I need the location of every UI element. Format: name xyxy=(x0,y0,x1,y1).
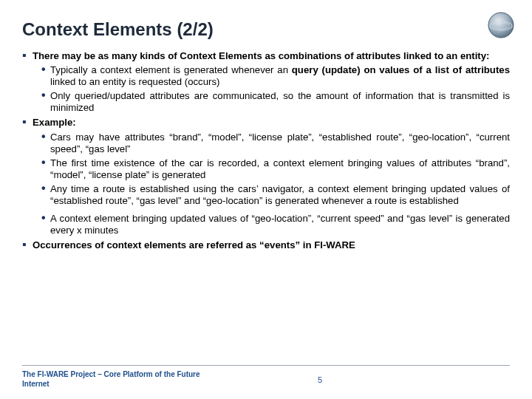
bullet-text: A context element bringing updated value… xyxy=(50,213,510,236)
page-number: 5 xyxy=(318,375,322,384)
slide: Context Elements (2/2) ▪ There may be as… xyxy=(0,0,532,399)
bullet-text: The first time existence of the car is r… xyxy=(50,157,510,181)
bullet-level1: ▪ Occurrences of context elements are re… xyxy=(22,239,510,251)
dot-bullet-icon: • xyxy=(41,157,50,181)
slide-body: ▪ There may be as many kinds of Context … xyxy=(22,50,510,251)
dot-bullet-icon: • xyxy=(41,132,50,155)
bullet-text: Any time a route is established using th… xyxy=(50,183,510,207)
bullet-level2: • Typically a context element is generat… xyxy=(41,64,510,88)
footer-project-name: The FI-WARE Project – Core Platform of t… xyxy=(22,370,229,389)
footer-divider xyxy=(22,365,510,366)
bullet-level2: • Cars may have attributes “brand”, “mod… xyxy=(41,132,510,155)
bullet-level1: ▪ Example: xyxy=(22,117,510,129)
bullet-text: Occurrences of context elements are refe… xyxy=(33,239,510,251)
bullet-text: There may be as many kinds of Context El… xyxy=(33,50,510,62)
bullet-level2: • Any time a route is established using … xyxy=(41,183,510,207)
dot-bullet-icon: • xyxy=(41,213,50,236)
dot-bullet-icon: • xyxy=(41,90,50,114)
globe-logo-icon xyxy=(486,10,516,40)
square-bullet-icon: ▪ xyxy=(22,239,28,250)
bullet-level2: • Only queried/updated attributes are co… xyxy=(41,90,510,114)
bullet-text: Example: xyxy=(33,117,510,129)
bullet-text: Typically a context element is generated… xyxy=(50,64,510,88)
bullet-level2: • The first time existence of the car is… xyxy=(41,157,510,181)
bullet-text: Cars may have attributes “brand”, “model… xyxy=(50,132,510,155)
bullet-text: Only queried/updated attributes are comm… xyxy=(50,90,510,114)
footer: The FI-WARE Project – Core Platform of t… xyxy=(22,365,510,389)
bullet-level2: • A context element bringing updated val… xyxy=(41,213,510,236)
bullet-level1: ▪ There may be as many kinds of Context … xyxy=(22,50,510,62)
square-bullet-icon: ▪ xyxy=(22,117,28,127)
slide-title: Context Elements (2/2) xyxy=(22,19,510,40)
dot-bullet-icon: • xyxy=(41,64,50,88)
square-bullet-icon: ▪ xyxy=(22,50,28,61)
dot-bullet-icon: • xyxy=(41,183,50,207)
